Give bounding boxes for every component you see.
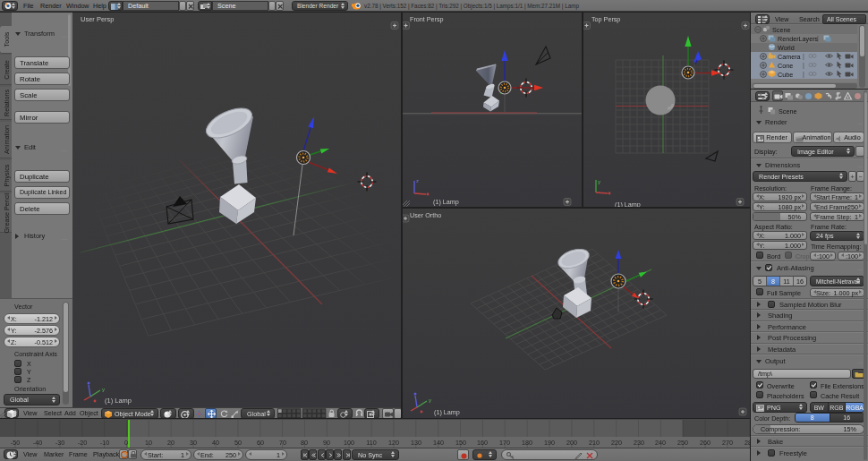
svg-text:y: y [429, 397, 431, 403]
svg-text:y: y [102, 387, 105, 392]
svg-text:z: z [416, 178, 419, 184]
svg-text:y: y [598, 179, 600, 184]
